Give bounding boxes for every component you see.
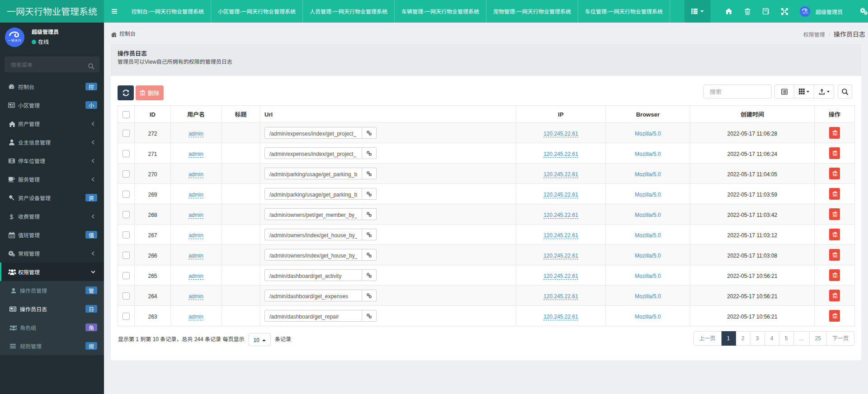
svg-text:一网天行: 一网天行 [8, 38, 21, 42]
svg-text:一网天行: 一网天行 [801, 12, 808, 14]
